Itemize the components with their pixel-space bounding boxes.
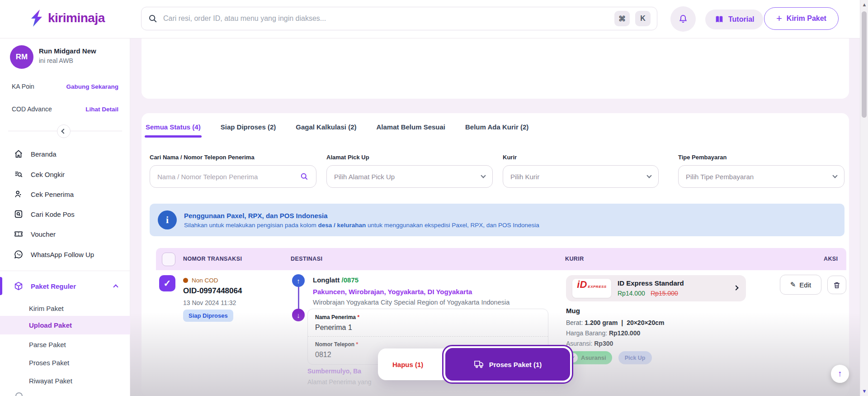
sidebar-section-paket-reguler[interactable]: Paket Reguler: [0, 276, 130, 296]
chevron-up-icon: [113, 284, 118, 289]
courier-price-old: Rp15.000: [651, 290, 678, 297]
ticket-icon: [14, 229, 24, 239]
sidebar-item-riwayat-paket[interactable]: Riwayat Paket: [0, 373, 130, 388]
tab-alamat-belum-sesuai[interactable]: Alamat Belum Sesuai: [376, 123, 445, 138]
scroll-to-top-button[interactable]: ↑: [831, 365, 849, 383]
filter-search-label: Cari Nama / Nomor Telepon Penerima: [150, 154, 316, 161]
recipient-name-label: Nama Penerima *: [315, 314, 541, 320]
sidebar-item-label: Cek Ongkir: [31, 171, 65, 178]
section-label: Paket Reguler: [31, 282, 107, 290]
delete-row-button[interactable]: [827, 276, 846, 294]
home-icon: [14, 149, 24, 159]
logo-main-text: iD: [577, 279, 587, 291]
info-banner-body: Silahkan untuk melakukan pengisian pada …: [184, 222, 539, 229]
sidebar-subitem-label: Kirim Paket: [29, 305, 64, 312]
notifications-button[interactable]: [670, 6, 696, 32]
origin-name: Longlatt: [313, 276, 340, 284]
brand-logo[interactable]: kiriminaja: [29, 9, 105, 27]
user-name: Run Midgard New: [39, 47, 96, 55]
sidebar-item-beranda[interactable]: Beranda: [0, 145, 130, 162]
chevron-left-icon: [61, 129, 66, 134]
process-packages-button[interactable]: Proses Paket (1): [445, 348, 570, 381]
row-checkbox[interactable]: ✓: [159, 275, 175, 291]
courier-select[interactable]: Pilih Kurir: [503, 165, 659, 188]
search-icon[interactable]: [300, 172, 309, 181]
trash-icon: [833, 281, 841, 289]
sidebar-item-cek-ongkir[interactable]: Cek Ongkir: [0, 166, 130, 183]
scrollbar-up-arrow[interactable]: ▲: [860, 2, 868, 7]
recipient-name-value[interactable]: Penerima 1: [315, 324, 541, 332]
info-icon: i: [158, 210, 177, 229]
ka-poin-label: KA Poin: [12, 83, 34, 90]
sidebar-item-cari-kode-pos[interactable]: Cari Kode Pos: [0, 205, 130, 223]
ka-poin-row: KA Poin Gabung Sekarang: [12, 83, 118, 90]
list-search-icon: [14, 169, 24, 179]
weight-value: 1.200 gram: [585, 319, 618, 326]
collapse-sidebar-button[interactable]: [57, 124, 71, 138]
tab-semua-status[interactable]: Semua Status (4): [146, 123, 201, 138]
order-datetime: 13 Nov 2024 11:32: [183, 299, 236, 306]
sidebar-item-kirim-paket[interactable]: Kirim Paket: [0, 301, 130, 316]
package-weight-line: Berat: 1.200 gram | 20×20×20cm: [566, 319, 664, 326]
sidebar-subitem-label: Riwayat Paket: [29, 377, 72, 385]
dimensions-value: 20×20×20cm: [627, 319, 664, 326]
recipient-phone-label-text: Nomor Telepon: [315, 341, 354, 348]
tab-gagal-kalkulasi[interactable]: Gagal Kalkulasi (2): [296, 123, 356, 138]
cod-detail-link[interactable]: Lihat Detail: [85, 106, 118, 113]
sidebar-item-proses-paket[interactable]: Proses Paket: [0, 355, 130, 370]
status-badge-label: Siap Diproses: [183, 310, 233, 322]
avatar[interactable]: RM: [10, 45, 33, 69]
info-body-bold: desa / kelurahan: [318, 222, 366, 229]
filter-search-box: [150, 165, 316, 188]
delete-selected-button[interactable]: Hapus (1): [378, 361, 423, 368]
global-search-input[interactable]: [163, 14, 609, 23]
recipient-name-field[interactable]: Nama Penerima * Penerima 1: [308, 309, 548, 336]
scrollbar-thumb[interactable]: [862, 11, 867, 118]
courier-card[interactable]: iD EXPRESS ID Express Standard Rp14.000 …: [566, 275, 746, 301]
whatsapp-icon: [14, 249, 24, 259]
brand-name: kiriminaja: [48, 11, 105, 25]
scrollbar-down-arrow[interactable]: ▼: [860, 388, 868, 394]
search-box-icon: [14, 209, 24, 219]
sidebar-subitem-label: Parse Paket: [29, 341, 66, 348]
select-all-checkbox[interactable]: [162, 253, 175, 266]
required-mark: *: [357, 314, 359, 320]
cmd-key-icon: ⌘: [614, 11, 630, 26]
tab-siap-diproses[interactable]: Siap Diproses (2): [221, 123, 276, 138]
filter-search-group: Cari Nama / Nomor Telepon Penerima: [150, 154, 316, 188]
tab-belum-ada-kurir[interactable]: Belum Ada Kurir (2): [465, 123, 528, 138]
col-nomor-transaksi: NOMOR TRANSAKSI: [183, 256, 242, 262]
sidebar-item-parse-paket[interactable]: Parse Paket: [0, 337, 130, 352]
sidebar-item-label: Beranda: [31, 150, 57, 158]
cod-dot-icon: [183, 278, 188, 283]
pickup-address-select[interactable]: Pilih Alamat Pick Up: [326, 165, 493, 188]
sidebar-section-divider: [0, 271, 130, 271]
info-body-suffix: untuk menggunakan ekspedisi Paxel, RPX, …: [366, 222, 539, 229]
sidebar-item-cek-penerima[interactable]: Cek Penerima: [0, 186, 130, 203]
timeline-connector: [298, 287, 299, 309]
edit-button[interactable]: ✎ Edit: [780, 275, 821, 295]
sidebar-subitem-label: Proses Paket: [29, 359, 69, 367]
origin-arrow-icon: ↑: [292, 274, 305, 287]
sidebar-item-voucher[interactable]: Voucher: [0, 225, 130, 243]
pencil-icon: ✎: [790, 281, 796, 289]
destination-area: Pakuncen, Wirobrajan, Yogyakarta, DI Yog…: [313, 288, 472, 296]
browser-scrollbar[interactable]: ▲ ▼: [860, 0, 868, 396]
filter-courier-group: Kurir Pilih Kurir: [503, 154, 659, 188]
info-banner-title: Penggunaan Paxel, RPX, dan POS Indonesia: [184, 212, 539, 219]
search-icon: [148, 14, 158, 24]
payment-type-select[interactable]: Pilih Tipe Pembayaran: [678, 165, 844, 188]
ka-poin-join-link[interactable]: Gabung Sekarang: [66, 83, 118, 90]
package-insurance-line: Asuransi: Rp300: [566, 340, 613, 347]
col-aksi: AKSI: [824, 256, 838, 262]
tutorial-button[interactable]: Tutorial: [705, 10, 763, 29]
kirim-paket-button[interactable]: + Kirim Paket: [764, 7, 839, 30]
package-icon: [14, 281, 24, 291]
sidebar-item-label: Voucher: [31, 230, 56, 238]
recipient-search-input[interactable]: [157, 173, 300, 181]
item-price-label: Harga Barang:: [566, 329, 607, 337]
status-tabs: Semua Status (4) Siap Diproses (2) Gagal…: [146, 123, 528, 138]
sidebar-item-whatsapp-follow-up[interactable]: WhatsApp Follow Up: [0, 246, 130, 263]
sidebar-item-upload-paket[interactable]: Upload Paket: [0, 316, 130, 334]
top-navigation-bar: kiriminaja ⌘ K Tutorial + Kirim Paket: [0, 0, 868, 38]
